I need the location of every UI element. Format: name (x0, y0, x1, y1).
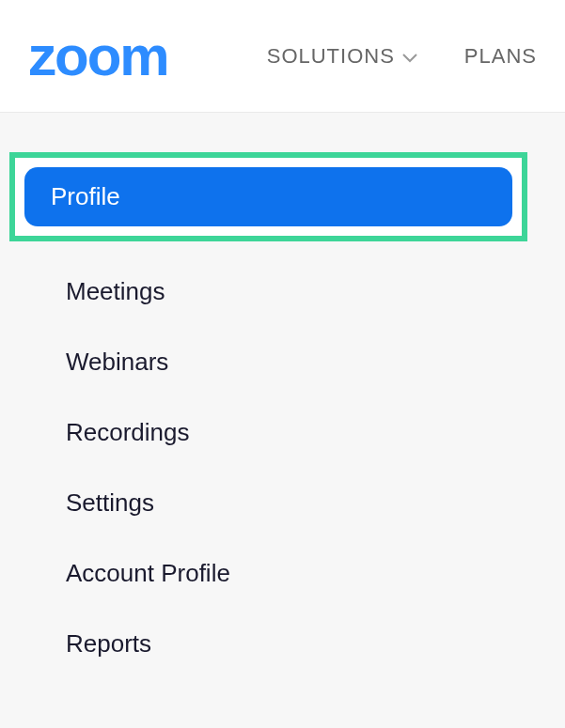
sidebar-item-recordings[interactable]: Recordings (66, 397, 527, 468)
highlight-box: Profile (9, 152, 527, 241)
content-area: Profile Meetings Webinars Recordings Set… (0, 113, 565, 728)
sidebar-item-label: Meetings (66, 277, 165, 305)
sidebar-item-label: Account Profile (66, 559, 230, 587)
sidebar-item-settings[interactable]: Settings (66, 468, 527, 538)
nav-plans-label: PLANS (464, 44, 537, 69)
sidebar-item-profile[interactable]: Profile (24, 167, 512, 226)
nav-plans[interactable]: PLANS (464, 44, 537, 69)
sidebar-item-reports[interactable]: Reports (66, 609, 527, 679)
sidebar: Profile Meetings Webinars Recordings Set… (0, 152, 527, 679)
sidebar-item-label: Webinars (66, 348, 168, 376)
sidebar-item-meetings[interactable]: Meetings (66, 256, 527, 327)
sidebar-item-label: Recordings (66, 418, 190, 446)
header: zoom SOLUTIONS PLANS (0, 0, 565, 113)
sidebar-item-webinars[interactable]: Webinars (66, 327, 527, 397)
sidebar-item-label: Profile (51, 182, 120, 210)
nav-solutions[interactable]: SOLUTIONS (267, 44, 417, 69)
sidebar-item-label: Settings (66, 488, 154, 517)
nav-solutions-label: SOLUTIONS (267, 44, 395, 69)
top-nav: SOLUTIONS PLANS (267, 44, 537, 69)
sidebar-item-account-profile[interactable]: Account Profile (66, 538, 527, 609)
zoom-logo[interactable]: zoom (28, 28, 168, 85)
sidebar-item-label: Reports (66, 629, 151, 658)
chevron-down-icon (402, 44, 417, 69)
